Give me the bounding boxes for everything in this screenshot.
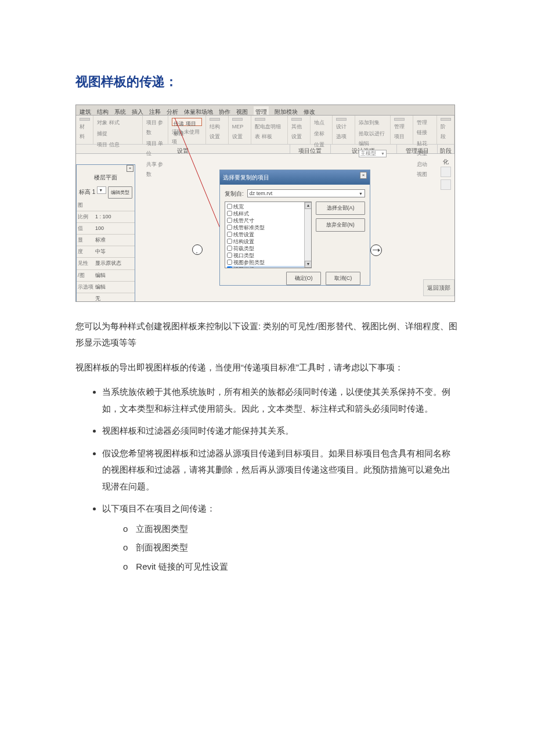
list-item[interactable]: 视口类型	[227, 252, 309, 259]
main-model-dropdown[interactable]: 主模型▼	[359, 150, 387, 157]
struct-set-button[interactable]: 结构 设置	[210, 122, 225, 142]
scrollbar[interactable]: ▲ ▼	[304, 202, 311, 268]
bullet-3: 假设您希望将视图样板和过滤器从源项目传递到目标项目。如果目标项目包含具有相同名称…	[102, 445, 459, 495]
tab-arch[interactable]: 建筑	[80, 106, 91, 115]
decal-button[interactable]: 贴花 类型	[417, 139, 433, 159]
position-button[interactable]: 位置	[314, 140, 329, 150]
copy-from-combo[interactable]: dz tem.rvt ▼	[247, 189, 365, 197]
item-checkbox[interactable]	[227, 204, 232, 209]
back-to-top[interactable]: 返回顶部	[423, 279, 454, 296]
design-opt-button[interactable]: 设计 选项	[336, 122, 351, 142]
tab-system[interactable]: 系统	[114, 106, 126, 115]
materials-button[interactable]: 材料	[80, 122, 89, 142]
list-item[interactable]: 线管标准类型	[227, 224, 309, 231]
item-label: 视口类型	[233, 252, 254, 259]
select-all-button[interactable]: 选择全部(A)	[316, 201, 365, 215]
panel-tpl-button[interactable]: 配电盘明细表 样板	[255, 122, 284, 142]
tab-insert[interactable]: 插入	[132, 106, 143, 115]
sub-bullet-2: 剖面视图类型	[123, 539, 459, 556]
item-checkbox[interactable]	[227, 211, 232, 216]
floor-dropdown[interactable]: ▼	[97, 186, 106, 194]
list-item[interactable]: 线宽	[227, 203, 309, 210]
add-main-button[interactable]: 添加到集	[359, 118, 387, 128]
bullet-2: 视图样板和过滤器必须同时传递才能保持其关系。	[102, 423, 459, 440]
property-row: 度中等	[77, 246, 135, 258]
nav-icon-2[interactable]	[441, 179, 451, 190]
list-item[interactable]: 线样式	[227, 210, 309, 217]
shared-button[interactable]: 共享 参数	[146, 160, 165, 179]
item-label: 线管标准类型	[233, 224, 265, 231]
manage-link-button[interactable]: 管理 链接	[417, 118, 433, 138]
dialog-title-text: 选择要复制的项目	[223, 172, 269, 183]
item-checkbox[interactable]	[227, 253, 232, 258]
tab-addins[interactable]: 附加模块	[275, 106, 298, 115]
list-item[interactable]: 视图参照类型	[227, 259, 309, 266]
coord-button[interactable]: 坐标	[314, 129, 329, 139]
manage-proj-icon[interactable]	[394, 118, 405, 121]
item-checkbox[interactable]	[227, 232, 232, 237]
edit-type-button[interactable]: 编辑类型	[108, 186, 132, 199]
bullet-list: 当系统族依赖于其他系统族时，所有相关的族都必须同时传递，以便使其关系保持不变。例…	[75, 384, 459, 575]
item-label: 线管尺寸	[233, 217, 254, 224]
purge-button[interactable]: 清除 未使用项	[172, 127, 202, 147]
manage-proj-button[interactable]: 管理 项目	[394, 122, 409, 142]
property-row: 示选项编辑	[77, 282, 135, 293]
transfer-standards-button[interactable]: 传递 项目标准	[172, 118, 202, 126]
property-row: 比例1 : 100	[77, 211, 135, 223]
location-button[interactable]: 地点	[314, 118, 329, 128]
item-label: 线宽	[233, 203, 244, 210]
item-checkbox[interactable]	[227, 218, 232, 223]
dialog-close-icon[interactable]: ×	[360, 172, 367, 179]
properties-panel: × 楼层平面 标高 1 ▼ 编辑类型 图比例1 : 100值100显标准度中等见…	[76, 164, 135, 302]
snap-button[interactable]: 捕捉	[97, 129, 139, 139]
tab-manage[interactable]: 管理	[254, 106, 269, 115]
mep-set-button[interactable]: MEP 设置	[232, 122, 248, 142]
cancel-button[interactable]: 取消(C)	[326, 272, 360, 285]
stage-icon[interactable]	[441, 118, 451, 121]
sub-bullet-list: 立面视图类型 剖面视图类型 Revit 链接的可见性设置	[102, 521, 459, 575]
ribbon-tabs: 建筑 结构 系统 插入 注释 分析 体量和场地 协作 视图 管理 附加模块 修改	[76, 105, 454, 116]
struct-set-icon[interactable]	[210, 118, 220, 121]
ribbon-body: 材料 对象 样式 捕捉 项目 信息 项目 参数 项目 单位 共享 参数 传递 项…	[76, 116, 454, 145]
list-item[interactable]: 线管尺寸	[227, 217, 309, 224]
tab-view[interactable]: 视图	[236, 106, 248, 115]
list-item[interactable]: 线管设置	[227, 231, 309, 238]
item-checkbox[interactable]	[227, 225, 232, 230]
item-checkbox[interactable]	[227, 267, 232, 268]
tab-annotate[interactable]: 注释	[149, 106, 161, 115]
pick-edit-button[interactable]: 拾取以进行编辑	[359, 129, 387, 149]
proj-param-button[interactable]: 项目 参数	[146, 118, 165, 138]
item-checkbox[interactable]	[227, 239, 232, 244]
panel-tpl-icon[interactable]	[255, 118, 265, 121]
ok-button[interactable]: 确定(O)	[286, 272, 321, 285]
proj-info-button[interactable]: 项目 信息	[97, 140, 139, 150]
list-item[interactable]: 视图样板	[227, 266, 309, 268]
scroll-down-icon[interactable]: ▼	[305, 261, 312, 268]
tab-mass[interactable]: 体量和场地	[184, 106, 213, 115]
materials-icon[interactable]	[80, 118, 90, 121]
other-set-button[interactable]: 其他 设置	[291, 122, 306, 142]
mep-set-icon[interactable]	[232, 118, 243, 121]
list-item[interactable]: 结构设置	[227, 238, 309, 245]
items-listbox[interactable]: 线宽线样式线管尺寸线管标准类型线管设置结构设置荷载类型视口类型视图参照类型视图样…	[225, 201, 312, 268]
panel-header: 楼层平面	[77, 165, 135, 185]
other-set-icon[interactable]	[291, 118, 302, 121]
item-checkbox[interactable]	[227, 260, 232, 265]
tab-analyze[interactable]: 分析	[167, 106, 178, 115]
tab-collab[interactable]: 协作	[219, 106, 230, 115]
copy-from-value: dz tem.rvt	[250, 189, 273, 199]
tab-modify[interactable]: 修改	[304, 106, 315, 115]
close-icon[interactable]: ×	[127, 165, 134, 172]
nav-icon-1[interactable]	[441, 167, 451, 177]
start-view-button[interactable]: 启动 视图	[417, 160, 433, 179]
item-checkbox[interactable]	[227, 246, 232, 251]
deselect-all-button[interactable]: 放弃全部(N)	[316, 218, 365, 232]
design-opt-icon[interactable]	[336, 118, 347, 121]
proj-unit-button[interactable]: 项目 单位	[146, 139, 165, 159]
stage-button[interactable]: 阶段	[441, 122, 450, 142]
item-label: 视图样板	[233, 266, 254, 268]
scroll-up-icon[interactable]: ▲	[305, 202, 312, 209]
tab-struct[interactable]: 结构	[97, 106, 109, 115]
list-item[interactable]: 荷载类型	[227, 245, 309, 252]
obj-style-button[interactable]: 对象 样式	[97, 118, 139, 128]
